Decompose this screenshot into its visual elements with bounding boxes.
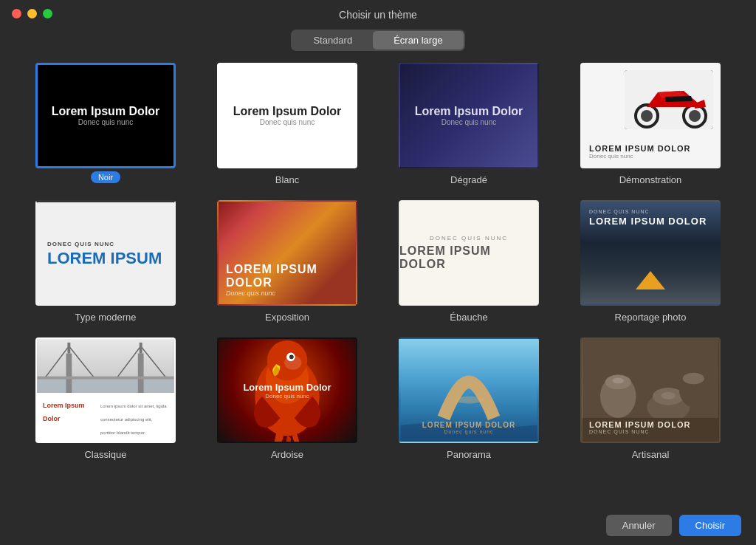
- theme-type-moderne[interactable]: DONEC QUIS NUNC LOREM IPSUM Type moderne: [24, 200, 188, 323]
- svg-rect-7: [38, 379, 174, 393]
- thumb-ebauche-title: LOREM IPSUM DOLOR: [399, 244, 538, 271]
- theme-ebauche[interactable]: DONEC QUIS NUNC LOREM IPSUM DOLOR Ébauch…: [387, 200, 551, 323]
- tab-group: Standard Écran large: [291, 30, 464, 51]
- titlebar: Choisir un thème: [0, 0, 756, 27]
- theme-blanc[interactable]: Lorem Ipsum Dolor Donec quis nunc Blanc: [205, 63, 369, 185]
- thumb-panorama-title: LOREM IPSUM DOLOR: [422, 421, 515, 429]
- tab-bar: Standard Écran large: [0, 30, 756, 51]
- svg-rect-16: [140, 343, 142, 354]
- theme-panorama[interactable]: LOREM IPSUM DOLOR Donec quis nunc Panora…: [387, 337, 551, 460]
- tab-ecran-large[interactable]: Écran large: [373, 31, 463, 49]
- thumbnail-blanc: Lorem Ipsum Dolor Donec quis nunc: [217, 63, 357, 168]
- svg-rect-15: [67, 343, 70, 354]
- label-exposition: Exposition: [265, 312, 309, 323]
- theme-reportage-photo[interactable]: DONEC QUIS NUNC LOREM IPSUM DOLOR Report…: [568, 200, 732, 323]
- svg-point-33: [612, 377, 624, 383]
- svg-rect-8: [66, 353, 72, 393]
- classique-content: Lorem Ipsum Dolor Lorem ipsum dolor sit …: [37, 393, 174, 442]
- choose-button[interactable]: Choisir: [679, 515, 741, 536]
- thumb-demo-sub: Donec quis nunc: [589, 153, 633, 160]
- maximize-button[interactable]: [43, 9, 52, 18]
- theme-noir[interactable]: Lorem Ipsum Dolor Donec quis nunc Noir: [24, 63, 188, 185]
- svg-point-4: [689, 110, 701, 122]
- theme-artisanal[interactable]: LOREM IPSUM DOLOR DONEC QUIS NUNC Artisa…: [568, 337, 732, 460]
- thumb-noir-title: Lorem Ipsum Dolor: [52, 105, 160, 118]
- thumb-ardoise-sub: Donec quis nunc: [265, 393, 309, 400]
- thumb-type-moderne-pretitle: DONEC QUIS NUNC: [47, 241, 114, 247]
- badge-noir: Noir: [91, 171, 120, 183]
- tab-standard[interactable]: Standard: [292, 31, 373, 49]
- label-classique: Classique: [84, 449, 126, 460]
- moto-image: [625, 70, 713, 129]
- classique-body: Lorem ipsum dolor sit amet, ligula conse…: [100, 404, 167, 435]
- label-type-moderne: Type moderne: [75, 312, 136, 323]
- themes-grid: Lorem Ipsum Dolor Donec quis nunc Noir L…: [0, 63, 756, 460]
- label-ebauche: Ébauche: [450, 312, 487, 323]
- thumbnail-degrade: Lorem Ipsum Dolor Donec quis nunc: [399, 63, 539, 168]
- thumb-type-moderne-title: LOREM IPSUM: [47, 250, 162, 267]
- thumb-ebauche-pretitle: DONEC QUIS NUNC: [430, 235, 508, 241]
- thumbnail-type-moderne: DONEC QUIS NUNC LOREM IPSUM: [35, 200, 176, 306]
- label-blanc: Blanc: [275, 174, 300, 185]
- label-ardoise: Ardoise: [271, 449, 303, 460]
- label-demonstration: Démonstration: [619, 174, 682, 185]
- label-reportage: Reportage photo: [615, 312, 687, 323]
- thumb-blanc-title: Lorem Ipsum Dolor: [233, 105, 342, 118]
- cancel-button[interactable]: Annuler: [606, 515, 672, 536]
- label-artisanal: Artisanal: [632, 449, 670, 460]
- tent-shape: [636, 271, 665, 289]
- svg-rect-14: [38, 377, 174, 380]
- label-panorama: Panorama: [447, 449, 491, 460]
- theme-exposition[interactable]: LOREM IPSUM DOLOR Donec quis nunc Exposi…: [205, 200, 369, 323]
- window-controls: [12, 9, 52, 18]
- thumbnail-exposition: LOREM IPSUM DOLOR Donec quis nunc: [217, 200, 357, 306]
- classique-right: Lorem ipsum dolor sit amet, ligula conse…: [100, 397, 168, 437]
- thumbnail-ebauche: DONEC QUIS NUNC LOREM IPSUM DOLOR: [399, 200, 539, 306]
- thumb-degrade-title: Lorem Ipsum Dolor: [415, 105, 523, 118]
- thumb-artisanal-title: LOREM IPSUM DOLOR: [589, 420, 690, 429]
- theme-degrade[interactable]: Lorem Ipsum Dolor Donec quis nunc Dégrad…: [387, 63, 551, 185]
- classique-title: Lorem Ipsum Dolor: [43, 402, 85, 422]
- thumb-demo-title: LOREM IPSUM DOLOR: [589, 144, 690, 153]
- minimize-button[interactable]: [27, 9, 37, 18]
- thumb-degrade-sub: Donec quis nunc: [441, 118, 497, 126]
- svg-rect-9: [138, 353, 144, 393]
- thumb-reportage-pretitle: DONEC QUIS NUNC: [589, 209, 650, 214]
- thumb-reportage-title: LOREM IPSUM DOLOR: [589, 216, 707, 227]
- footer: Annuler Choisir: [0, 506, 756, 545]
- thumbnail-classique: Lorem Ipsum Dolor Lorem ipsum dolor sit …: [35, 337, 176, 443]
- svg-point-31: [683, 373, 704, 385]
- svg-point-2: [641, 110, 653, 122]
- thumbnail-reportage: DONEC QUIS NUNC LOREM IPSUM DOLOR: [580, 200, 721, 306]
- thumb-blanc-sub: Donec quis nunc: [260, 118, 315, 126]
- theme-ardoise[interactable]: Lorem Ipsum Dolor Donec quis nunc Ardois…: [205, 337, 369, 460]
- thumb-artisanal-sub: DONEC QUIS NUNC: [589, 429, 650, 434]
- thumbnail-artisanal: LOREM IPSUM DOLOR DONEC QUIS NUNC: [580, 337, 721, 443]
- svg-point-24: [455, 397, 484, 404]
- classique-photo: [37, 339, 174, 393]
- thumb-ardoise-title: Lorem Ipsum Dolor: [243, 382, 331, 393]
- theme-classique[interactable]: Lorem Ipsum Dolor Lorem ipsum dolor sit …: [24, 337, 188, 460]
- close-button[interactable]: [12, 9, 21, 18]
- thumbnail-demonstration: LOREM IPSUM DOLOR Donec quis nunc: [580, 63, 721, 168]
- svg-point-34: [662, 392, 676, 400]
- thumb-exposition-sub: Donec quis nunc: [226, 289, 275, 297]
- thumbnail-noir: Lorem Ipsum Dolor Donec quis nunc: [35, 63, 176, 168]
- svg-point-22: [284, 355, 301, 369]
- thumbnail-ardoise: Lorem Ipsum Dolor Donec quis nunc: [217, 337, 357, 443]
- thumb-noir-sub: Donec quis nunc: [78, 118, 134, 126]
- label-degrade: Dégradé: [450, 174, 487, 185]
- thumb-exposition-title: LOREM IPSUM DOLOR: [226, 263, 348, 289]
- classique-left: Lorem Ipsum Dolor: [43, 397, 94, 437]
- thumbnail-panorama: LOREM IPSUM DOLOR Donec quis nunc: [399, 337, 539, 443]
- theme-demonstration[interactable]: LOREM IPSUM DOLOR Donec quis nunc Démons…: [568, 63, 732, 185]
- thumb-panorama-sub: Donec quis nunc: [444, 429, 493, 434]
- window-title: Choisir un thème: [339, 9, 417, 21]
